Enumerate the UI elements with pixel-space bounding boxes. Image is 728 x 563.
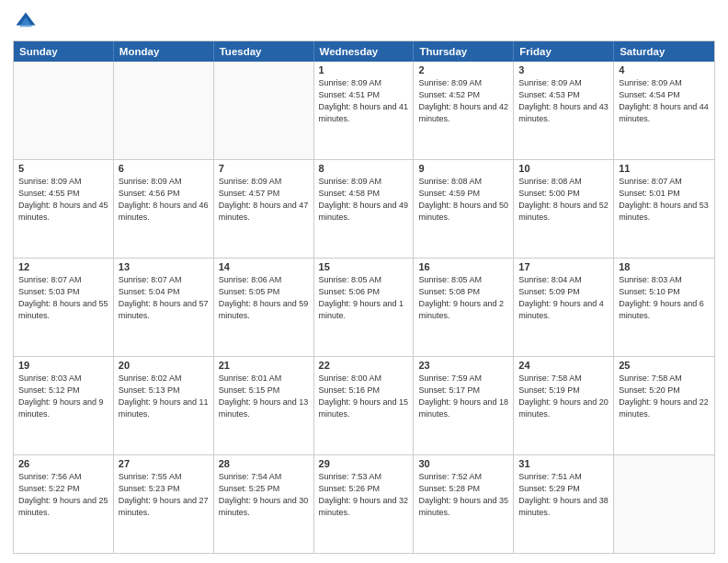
calendar-cell: 24Sunrise: 7:58 AMSunset: 5:19 PMDayligh… [514, 357, 614, 454]
day-info: Sunrise: 8:07 AMSunset: 5:01 PMDaylight:… [619, 176, 710, 224]
day-info: Sunrise: 8:08 AMSunset: 5:00 PMDaylight:… [518, 176, 609, 224]
calendar-cell: 22Sunrise: 8:00 AMSunset: 5:16 PMDayligh… [314, 357, 415, 454]
day-info: Sunrise: 8:07 AMSunset: 5:04 PMDaylight:… [119, 274, 209, 322]
calendar-week-row: 12Sunrise: 8:07 AMSunset: 5:03 PMDayligh… [14, 258, 714, 356]
calendar-cell: 14Sunrise: 8:06 AMSunset: 5:05 PMDayligh… [214, 259, 314, 356]
day-info: Sunrise: 8:01 AMSunset: 5:15 PMDaylight:… [219, 373, 309, 420]
logo-icon [13, 9, 39, 35]
day-number: 29 [319, 458, 409, 469]
weekday-header: Friday [514, 41, 614, 62]
day-number: 21 [219, 360, 309, 371]
page: SundayMondayTuesdayWednesdayThursdayFrid… [0, 0, 728, 563]
day-number: 30 [418, 458, 508, 469]
calendar-cell: 20Sunrise: 8:02 AMSunset: 5:13 PMDayligh… [114, 357, 214, 454]
day-info: Sunrise: 8:09 AMSunset: 4:51 PMDaylight:… [319, 77, 409, 125]
calendar-week-row: 5Sunrise: 8:09 AMSunset: 4:55 PMDaylight… [14, 159, 714, 258]
day-number: 25 [619, 360, 710, 371]
calendar-cell: 23Sunrise: 7:59 AMSunset: 5:17 PMDayligh… [414, 357, 514, 454]
day-info: Sunrise: 7:54 AMSunset: 5:25 PMDaylight:… [219, 471, 309, 519]
weekday-header: Monday [114, 41, 214, 62]
weekday-header: Wednesday [314, 41, 415, 62]
day-info: Sunrise: 8:09 AMSunset: 4:53 PMDaylight:… [518, 77, 609, 125]
calendar-cell: 13Sunrise: 8:07 AMSunset: 5:04 PMDayligh… [114, 259, 214, 356]
day-number: 18 [619, 261, 710, 272]
calendar-body: 1Sunrise: 8:09 AMSunset: 4:51 PMDaylight… [14, 62, 714, 553]
calendar-cell: 12Sunrise: 8:07 AMSunset: 5:03 PMDayligh… [14, 259, 114, 356]
weekday-header: Saturday [614, 41, 714, 62]
calendar-cell: 10Sunrise: 8:08 AMSunset: 5:00 PMDayligh… [514, 160, 614, 258]
day-number: 12 [18, 261, 108, 272]
calendar-cell [614, 455, 714, 553]
day-number: 23 [418, 360, 508, 371]
day-info: Sunrise: 7:53 AMSunset: 5:26 PMDaylight:… [319, 471, 409, 519]
day-info: Sunrise: 8:05 AMSunset: 5:06 PMDaylight:… [319, 274, 409, 322]
day-number: 20 [119, 360, 209, 371]
weekday-header: Sunday [14, 41, 114, 62]
calendar-cell: 26Sunrise: 7:56 AMSunset: 5:22 PMDayligh… [14, 455, 114, 553]
calendar-cell: 30Sunrise: 7:52 AMSunset: 5:28 PMDayligh… [414, 455, 514, 553]
day-info: Sunrise: 7:55 AMSunset: 5:23 PMDaylight:… [119, 471, 209, 519]
day-number: 4 [619, 64, 710, 75]
day-number: 3 [518, 64, 609, 75]
calendar-cell: 29Sunrise: 7:53 AMSunset: 5:26 PMDayligh… [314, 455, 415, 553]
day-number: 7 [219, 163, 309, 174]
day-number: 14 [219, 261, 309, 272]
weekday-header: Thursday [414, 41, 514, 62]
calendar-cell: 7Sunrise: 8:09 AMSunset: 4:57 PMDaylight… [214, 160, 314, 258]
day-number: 16 [418, 261, 508, 272]
calendar-cell: 28Sunrise: 7:54 AMSunset: 5:25 PMDayligh… [214, 455, 314, 553]
calendar-cell [114, 62, 214, 159]
logo [13, 9, 42, 35]
calendar-header: SundayMondayTuesdayWednesdayThursdayFrid… [14, 41, 714, 62]
day-number: 5 [18, 163, 108, 174]
calendar-week-row: 1Sunrise: 8:09 AMSunset: 4:51 PMDaylight… [14, 62, 714, 159]
day-number: 1 [319, 64, 409, 75]
calendar-cell: 18Sunrise: 8:03 AMSunset: 5:10 PMDayligh… [614, 259, 714, 356]
calendar-cell: 25Sunrise: 7:58 AMSunset: 5:20 PMDayligh… [614, 357, 714, 454]
day-info: Sunrise: 8:00 AMSunset: 5:16 PMDaylight:… [319, 373, 409, 420]
calendar-cell: 27Sunrise: 7:55 AMSunset: 5:23 PMDayligh… [114, 455, 214, 553]
day-info: Sunrise: 8:09 AMSunset: 4:56 PMDaylight:… [119, 176, 209, 224]
day-number: 24 [518, 360, 609, 371]
header [13, 9, 715, 35]
calendar-cell: 8Sunrise: 8:09 AMSunset: 4:58 PMDaylight… [314, 160, 415, 258]
day-info: Sunrise: 7:52 AMSunset: 5:28 PMDaylight:… [418, 471, 508, 519]
day-info: Sunrise: 8:08 AMSunset: 4:59 PMDaylight:… [418, 176, 508, 224]
calendar-cell: 11Sunrise: 8:07 AMSunset: 5:01 PMDayligh… [614, 160, 714, 258]
calendar: SundayMondayTuesdayWednesdayThursdayFrid… [13, 40, 715, 554]
day-number: 8 [319, 163, 409, 174]
calendar-week-row: 26Sunrise: 7:56 AMSunset: 5:22 PMDayligh… [14, 454, 714, 553]
day-info: Sunrise: 7:58 AMSunset: 5:19 PMDaylight:… [518, 373, 609, 420]
day-info: Sunrise: 7:59 AMSunset: 5:17 PMDaylight:… [418, 373, 508, 420]
day-number: 19 [18, 360, 108, 371]
weekday-header: Tuesday [214, 41, 314, 62]
calendar-cell: 3Sunrise: 8:09 AMSunset: 4:53 PMDaylight… [514, 62, 614, 159]
day-info: Sunrise: 8:03 AMSunset: 5:12 PMDaylight:… [18, 373, 108, 420]
day-number: 17 [518, 261, 609, 272]
day-info: Sunrise: 8:04 AMSunset: 5:09 PMDaylight:… [518, 274, 609, 322]
calendar-cell: 16Sunrise: 8:05 AMSunset: 5:08 PMDayligh… [414, 259, 514, 356]
day-number: 27 [119, 458, 209, 469]
calendar-cell: 4Sunrise: 8:09 AMSunset: 4:54 PMDaylight… [614, 62, 714, 159]
day-info: Sunrise: 7:58 AMSunset: 5:20 PMDaylight:… [619, 373, 710, 420]
day-number: 28 [219, 458, 309, 469]
day-info: Sunrise: 8:03 AMSunset: 5:10 PMDaylight:… [619, 274, 710, 322]
day-info: Sunrise: 8:02 AMSunset: 5:13 PMDaylight:… [119, 373, 209, 420]
calendar-cell: 15Sunrise: 8:05 AMSunset: 5:06 PMDayligh… [314, 259, 415, 356]
day-info: Sunrise: 8:07 AMSunset: 5:03 PMDaylight:… [18, 274, 108, 322]
day-number: 6 [119, 163, 209, 174]
day-info: Sunrise: 8:09 AMSunset: 4:54 PMDaylight:… [619, 77, 710, 125]
calendar-cell: 19Sunrise: 8:03 AMSunset: 5:12 PMDayligh… [14, 357, 114, 454]
calendar-cell: 1Sunrise: 8:09 AMSunset: 4:51 PMDaylight… [314, 62, 415, 159]
day-info: Sunrise: 7:56 AMSunset: 5:22 PMDaylight:… [18, 471, 108, 519]
calendar-cell: 5Sunrise: 8:09 AMSunset: 4:55 PMDaylight… [14, 160, 114, 258]
day-number: 31 [518, 458, 609, 469]
day-info: Sunrise: 7:51 AMSunset: 5:29 PMDaylight:… [518, 471, 609, 519]
day-number: 26 [18, 458, 108, 469]
calendar-cell: 9Sunrise: 8:08 AMSunset: 4:59 PMDaylight… [414, 160, 514, 258]
day-number: 9 [418, 163, 508, 174]
day-number: 2 [418, 64, 508, 75]
calendar-cell [14, 62, 114, 159]
calendar-cell: 17Sunrise: 8:04 AMSunset: 5:09 PMDayligh… [514, 259, 614, 356]
calendar-week-row: 19Sunrise: 8:03 AMSunset: 5:12 PMDayligh… [14, 356, 714, 454]
